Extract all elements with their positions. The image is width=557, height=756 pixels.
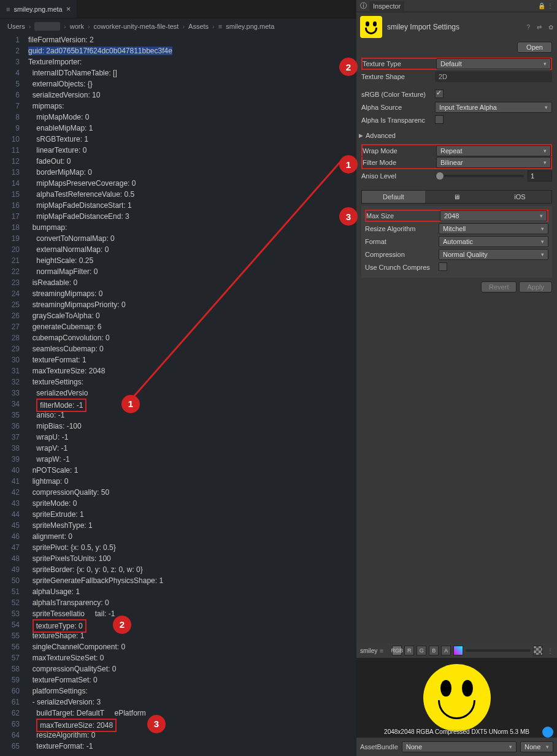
code-editor-pane: ≡ smiley.png.meta × Users› ›work›coworke… xyxy=(0,0,356,756)
alpha-source-label: Alpha Source xyxy=(361,104,435,111)
mipmap-icon[interactable] xyxy=(453,646,463,655)
open-button[interactable]: Open xyxy=(517,42,552,53)
aniso-input[interactable] xyxy=(528,170,552,181)
file-icon: ≡ xyxy=(6,6,10,13)
preview-name: smiley xyxy=(360,647,377,654)
inspector-pane: ⓘ Inspector 🔒 ⋮ smiley Import Settings ?… xyxy=(356,0,557,756)
preview-image: 2048x2048 RGBA Compressed DXT5 UNorm 5.3… xyxy=(356,658,557,738)
info-icon: ⓘ xyxy=(360,1,367,10)
revert-button[interactable]: Revert xyxy=(481,281,517,292)
filter-label: Filter Mode xyxy=(363,159,436,166)
max-size-dropdown[interactable]: 2048 xyxy=(440,210,547,221)
resize-dropdown[interactable]: Mitchell xyxy=(439,223,548,234)
srgb-label: sRGB (Color Texture) xyxy=(361,91,435,98)
preview-caption: 2048x2048 RGBA Compressed DXT5 UNorm 5.3… xyxy=(356,728,557,735)
srgb-checkbox[interactable] xyxy=(435,90,444,98)
filter-dropdown[interactable]: Bilinear xyxy=(436,157,551,168)
menu-icon[interactable]: ⋮ xyxy=(547,2,553,9)
bundle-label: AssetBundle xyxy=(360,743,398,750)
max-size-label: Max Size xyxy=(366,212,440,220)
inspector-tab-bar: ⓘ Inspector 🔒 ⋮ xyxy=(356,0,557,12)
callout-3: 3 xyxy=(339,207,358,226)
tab-title: smiley.png.meta xyxy=(13,6,62,13)
texture-shape-row: Texture Shape 2D xyxy=(361,71,552,83)
channel-g[interactable]: G xyxy=(417,646,426,655)
format-dropdown[interactable]: Automatic xyxy=(439,236,548,247)
close-icon[interactable]: × xyxy=(66,4,71,13)
asset-thumbnail xyxy=(360,16,382,38)
checker-icon[interactable] xyxy=(533,646,543,655)
inspector-tab[interactable]: Inspector xyxy=(369,1,404,11)
texture-type-label: Texture Type xyxy=(363,60,436,67)
drag-handle-icon[interactable]: ≡ xyxy=(380,647,383,654)
code-lines[interactable]: fileFormatVersion: 2guid: 2ad0765b17f624… xyxy=(28,34,356,756)
channel-b[interactable]: B xyxy=(429,646,439,655)
callout-1: 1 xyxy=(339,155,358,174)
bundle-dropdown[interactable]: None xyxy=(402,741,517,752)
mip-slider[interactable] xyxy=(466,649,531,652)
advanced-label: Advanced xyxy=(366,132,396,139)
preview-footer: smiley ≡ RGB R G B A ⋮ 2048x2048 RGBA Co… xyxy=(356,643,557,756)
alpha-trans-checkbox[interactable] xyxy=(435,115,444,124)
texture-shape-value: 2D xyxy=(435,71,552,82)
cloud-icon[interactable] xyxy=(542,727,553,738)
breadcrumb: Users› ›work›coworker-unity-meta-file-te… xyxy=(0,18,356,34)
editor-tab-bar: ≡ smiley.png.meta × xyxy=(0,0,356,18)
aniso-slider[interactable] xyxy=(435,175,524,177)
texture-shape-label: Texture Shape xyxy=(361,73,435,80)
alpha-source-dropdown[interactable]: Input Texture Alpha xyxy=(435,102,552,113)
lock-icon[interactable]: 🔒 xyxy=(538,2,545,9)
line-gutter: 1234567891011121314151617181920212223242… xyxy=(0,34,28,756)
wrap-label: Wrap Mode xyxy=(363,147,436,155)
channel-r[interactable]: R xyxy=(404,646,414,655)
texture-type-dropdown[interactable]: Default xyxy=(436,58,551,69)
alpha-trans-label: Alpha Is Transparenc xyxy=(361,116,435,124)
wrap-dropdown[interactable]: Repeat xyxy=(436,145,551,156)
platform-tab-default[interactable]: Default xyxy=(362,191,425,203)
help-icon[interactable]: ? xyxy=(526,24,530,31)
compression-dropdown[interactable]: Normal Quality xyxy=(439,249,548,260)
texture-type-row: Texture Type Default xyxy=(361,58,552,70)
preview-menu-icon[interactable]: ⋮ xyxy=(547,647,553,654)
chevron-right-icon: ▶ xyxy=(359,132,363,139)
aniso-label: Aniso Level xyxy=(361,172,435,180)
inspector-header: smiley Import Settings ? ⇄ ✿ xyxy=(356,12,557,42)
resize-label: Resize Algorithm xyxy=(365,225,439,232)
settings-icon[interactable]: ✿ xyxy=(548,24,553,31)
bundle-variant-dropdown[interactable]: None xyxy=(520,741,553,752)
format-label: Format xyxy=(365,238,439,245)
editor-tab[interactable]: ≡ smiley.png.meta × xyxy=(0,0,77,18)
compression-label: Compression xyxy=(365,251,439,258)
channel-rgb[interactable]: RGB xyxy=(392,646,402,655)
advanced-foldout[interactable]: ▶ Advanced xyxy=(356,129,557,142)
platform-tabs: Default 🖥 iOS xyxy=(361,190,552,204)
crunch-checkbox[interactable] xyxy=(439,262,447,271)
apply-button[interactable]: Apply xyxy=(519,281,552,292)
crunch-label: Use Crunch Compres xyxy=(365,264,439,271)
channel-a[interactable]: A xyxy=(441,646,451,655)
asset-title: smiley Import Settings xyxy=(387,23,520,31)
callout-2: 2 xyxy=(339,58,358,76)
code-area[interactable]: 1234567891011121314151617181920212223242… xyxy=(0,34,356,756)
platform-tab-ios[interactable]: iOS xyxy=(488,191,551,203)
preset-icon[interactable]: ⇄ xyxy=(537,24,542,31)
platform-tab-standalone[interactable]: 🖥 xyxy=(425,191,488,203)
